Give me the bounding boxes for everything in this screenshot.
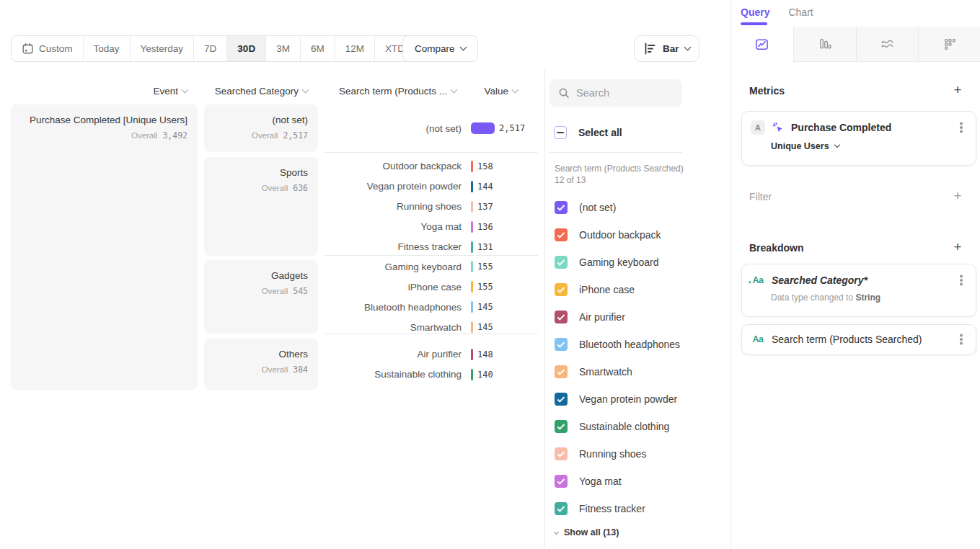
kebab-icon bbox=[960, 338, 963, 341]
overall-value: 636 bbox=[293, 183, 308, 193]
list-item-label: Yoga mat bbox=[579, 476, 622, 487]
list-item-checkbox[interactable]: Yoga mat bbox=[555, 468, 680, 495]
add-filter-button[interactable]: + bbox=[950, 188, 966, 204]
search-term-label: Smartwatch bbox=[325, 322, 462, 333]
tab-chart[interactable]: Chart bbox=[788, 6, 813, 18]
check-icon bbox=[557, 477, 565, 485]
search-term-label: Yoga mat bbox=[325, 221, 462, 232]
funnels-icon bbox=[817, 37, 832, 52]
checkbox[interactable] bbox=[555, 420, 568, 433]
table-row[interactable]: Vegan protein powder 144 bbox=[325, 177, 538, 197]
value-bar bbox=[471, 181, 473, 192]
checkbox[interactable] bbox=[555, 365, 568, 378]
add-metric-button[interactable]: + bbox=[950, 82, 966, 98]
list-item-checkbox[interactable]: Fitness tracker bbox=[555, 495, 680, 522]
event-spark-icon bbox=[772, 121, 785, 134]
table-row[interactable]: Outdoor backpack 158 bbox=[325, 156, 538, 177]
search-term-label: Bluetooth headphones bbox=[325, 302, 462, 313]
show-all-button[interactable]: Show all (13) bbox=[555, 527, 619, 537]
value-bar bbox=[471, 321, 473, 333]
select-all-label: Select all bbox=[578, 127, 622, 138]
list-item-checkbox[interactable]: Air purifier bbox=[555, 303, 680, 331]
breakdown-menu-button[interactable] bbox=[954, 273, 968, 287]
metric-card: A Purchase Completed Unique Users bbox=[741, 111, 976, 166]
check-icon bbox=[557, 340, 565, 348]
search-input[interactable] bbox=[576, 87, 670, 99]
value-number: 136 bbox=[477, 222, 493, 232]
value-rows-group: (not set) 2,517 bbox=[325, 104, 538, 152]
chevron-down-icon bbox=[834, 142, 839, 148]
value-bar bbox=[471, 122, 495, 134]
table-row[interactable]: Running shoes 137 bbox=[325, 197, 538, 217]
checkbox[interactable] bbox=[555, 447, 568, 460]
metric-menu-button[interactable] bbox=[954, 120, 968, 135]
checkbox[interactable] bbox=[555, 228, 568, 241]
checkbox[interactable] bbox=[555, 201, 568, 214]
search-term-list: (not set) Outdoor backpack Gaming keyboa… bbox=[555, 194, 680, 522]
list-count-label: Search term (Products Searched) 12 of 13 bbox=[555, 163, 692, 186]
search-icon bbox=[558, 87, 570, 99]
list-item-checkbox[interactable]: iPhone case bbox=[555, 276, 680, 303]
category-cell: Gadgets Overall 545 bbox=[204, 260, 318, 334]
value-number: 140 bbox=[477, 370, 493, 380]
indeterminate-checkbox[interactable] bbox=[554, 126, 567, 139]
tab-query[interactable]: Query bbox=[741, 6, 769, 18]
list-item-checkbox[interactable]: Outdoor backpack bbox=[555, 221, 680, 249]
checkbox[interactable] bbox=[555, 393, 568, 406]
breakdown-menu-button[interactable] bbox=[954, 332, 968, 347]
overall-value: 384 bbox=[293, 365, 308, 375]
table-row[interactable]: iPhone case 155 bbox=[325, 277, 538, 297]
tab-funnels[interactable] bbox=[794, 27, 857, 62]
add-breakdown-button[interactable]: + bbox=[950, 239, 966, 255]
value-number: 131 bbox=[477, 242, 493, 252]
list-item-checkbox[interactable]: (not set) bbox=[555, 194, 680, 221]
search-term-label: (not set) bbox=[325, 123, 462, 134]
tab-retention[interactable] bbox=[919, 27, 980, 62]
list-item-checkbox[interactable]: Gaming keyboard bbox=[555, 249, 680, 276]
checkbox[interactable] bbox=[555, 256, 568, 269]
overall-value: 2,517 bbox=[283, 130, 308, 140]
table-row[interactable]: (not set) 2,517 bbox=[325, 118, 538, 138]
list-item-checkbox[interactable]: Bluetooth headphones bbox=[555, 331, 680, 358]
table-row[interactable]: Fitness tracker 131 bbox=[325, 237, 538, 257]
metrics-section-label: Metrics bbox=[749, 85, 785, 97]
checkbox[interactable] bbox=[555, 311, 568, 323]
checkbox[interactable] bbox=[555, 283, 568, 296]
checkbox[interactable] bbox=[555, 475, 568, 488]
list-item-label: Fitness tracker bbox=[579, 503, 645, 514]
list-item-checkbox[interactable]: Running shoes bbox=[555, 440, 680, 468]
table-row[interactable]: Yoga mat 136 bbox=[325, 217, 538, 237]
table-row[interactable]: Air purifier 148 bbox=[325, 344, 538, 365]
list-item-checkbox[interactable]: Vegan protein powder bbox=[555, 385, 680, 413]
tab-insights[interactable] bbox=[731, 27, 794, 62]
list-item-label: Vegan protein powder bbox=[579, 393, 677, 405]
query-panel: Query Chart Metrics + A Purchase C bbox=[730, 0, 980, 549]
overall-label: Overall bbox=[252, 131, 278, 140]
overall-value: 545 bbox=[293, 286, 308, 296]
select-all-checkbox[interactable]: Select all bbox=[554, 125, 622, 140]
asterisk-icon: * bbox=[749, 277, 751, 289]
list-item-checkbox[interactable]: Smartwatch bbox=[555, 358, 680, 385]
category-name: Gadgets bbox=[211, 269, 308, 282]
checkbox[interactable] bbox=[555, 338, 568, 351]
table-row[interactable]: Gaming keyboard 155 bbox=[325, 256, 538, 277]
table-row[interactable]: Sustainable clothing 140 bbox=[325, 365, 538, 385]
checkbox[interactable] bbox=[555, 502, 568, 515]
table-row[interactable]: Bluetooth headphones 145 bbox=[325, 297, 538, 317]
list-item-checkbox[interactable]: Sustainable clothing bbox=[555, 413, 680, 440]
retention-icon bbox=[943, 37, 958, 52]
kebab-icon bbox=[960, 126, 963, 129]
overall-value: 3,492 bbox=[162, 130, 187, 140]
tab-flows[interactable] bbox=[857, 27, 919, 62]
category-cell: (not set) Overall 2,517 bbox=[204, 104, 318, 152]
list-item-label: (not set) bbox=[579, 202, 616, 213]
search-term-label: Vegan protein powder bbox=[325, 181, 462, 192]
check-icon bbox=[557, 504, 565, 512]
search-term-label: Fitness tracker bbox=[325, 241, 462, 252]
measure-dropdown[interactable]: Unique Users bbox=[771, 141, 976, 151]
value-rows-group: Gaming keyboard 155 iPhone case 155 Blue… bbox=[325, 260, 538, 334]
category-name: (not set) bbox=[211, 114, 308, 127]
category-cell: Others Overall 384 bbox=[204, 339, 318, 390]
group-divider bbox=[325, 152, 538, 153]
list-item-label: Running shoes bbox=[579, 448, 646, 460]
